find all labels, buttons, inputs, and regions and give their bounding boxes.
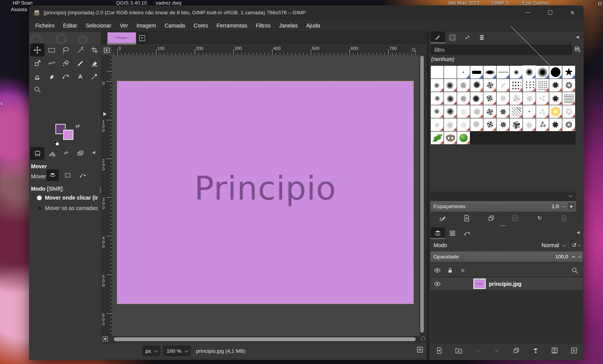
open-brush-as-image-button[interactable] xyxy=(557,213,570,223)
vertical-scrollbar[interactable] xyxy=(420,55,425,336)
tool-eraser[interactable] xyxy=(87,56,102,70)
raise-layer-button[interactable] xyxy=(471,344,485,357)
visibility-column-button[interactable] xyxy=(432,265,443,276)
brush-spray[interactable]: ❂+ xyxy=(562,105,575,118)
desktop-icon-label[interactable]: QGIS 3.40.10 xyxy=(116,0,147,6)
add-mask-button[interactable] xyxy=(548,344,562,357)
tool-crop[interactable] xyxy=(87,43,102,56)
brush-dot-grid[interactable]: + xyxy=(536,79,549,92)
menu-ver[interactable]: Ver xyxy=(116,21,132,31)
gradients-button[interactable] xyxy=(475,32,489,43)
brush-thin-line[interactable]: + xyxy=(497,66,509,79)
brush-block[interactable]: + xyxy=(470,66,483,79)
brush-sketch[interactable]: ❃+ xyxy=(523,92,536,105)
brush-tag-icon[interactable] xyxy=(574,46,581,53)
vertical-scrollbar-thumb[interactable] xyxy=(420,56,424,333)
edit-brush-button[interactable] xyxy=(436,213,449,223)
brush-figure[interactable]: ✹+ xyxy=(470,105,483,118)
panel-splitter-handle[interactable]: ••• xyxy=(500,223,507,228)
layer-visibility-toggle[interactable] xyxy=(432,278,443,290)
radio-move-pick[interactable]: Mover onde clicar (ir xyxy=(37,195,98,201)
brush-burst[interactable]: ✸+ xyxy=(549,118,562,131)
brush-foliage[interactable]: ❂+ xyxy=(562,118,575,131)
brush-tiny-dot[interactable]: + xyxy=(457,66,470,79)
layer-name[interactable]: principio.jpg xyxy=(489,281,521,287)
background-color-swatch[interactable] xyxy=(63,130,74,140)
tool-zoom[interactable] xyxy=(30,83,45,96)
menu-imagem[interactable]: Imagem xyxy=(132,21,161,31)
brush-weave[interactable]: ❉+ xyxy=(483,92,496,105)
radio-move-layer[interactable]: Mover só as camadas xyxy=(37,205,98,211)
fonts-button[interactable]: ab xyxy=(460,32,475,43)
lower-layer-button[interactable] xyxy=(490,344,504,357)
tool-unified-transform[interactable] xyxy=(30,56,45,70)
brush-grunge-2[interactable]: ✺+ xyxy=(444,92,457,105)
brush-dark-splat[interactable]: ✸+ xyxy=(549,92,562,105)
navigation-button[interactable] xyxy=(416,346,424,354)
opacity-increase-button[interactable]: + xyxy=(577,253,583,260)
tool-bucket-fill[interactable] xyxy=(59,56,73,70)
delete-brush-button[interactable] xyxy=(509,213,522,223)
patterns-button[interactable] xyxy=(445,32,460,43)
menu-ficheiro[interactable]: Ficheiro xyxy=(31,21,59,31)
tool-color-picker[interactable] xyxy=(87,70,102,83)
brush-sun-glow[interactable]: + xyxy=(549,105,562,118)
brush-green-leaves[interactable]: + xyxy=(431,132,444,144)
opacity-decrease-button[interactable]: − xyxy=(570,253,577,260)
menu-selecionar[interactable]: Selecionar xyxy=(81,21,115,31)
brush-ink-blot[interactable]: ✽+ xyxy=(497,105,509,118)
menu-cores[interactable]: Cores xyxy=(189,21,212,31)
undo-history-button[interactable]: ↶ xyxy=(59,147,73,160)
brush-option-combo[interactable] xyxy=(430,191,576,201)
default-colors-icon[interactable] xyxy=(54,140,59,145)
spacing-decrease-button[interactable]: − xyxy=(561,203,567,210)
desktop-icon-label[interactable]: Assista xyxy=(11,7,27,12)
brush-ink-birds[interactable]: ✾+ xyxy=(510,118,522,131)
tool-paths[interactable] xyxy=(59,70,73,83)
menu-editar[interactable]: Editar xyxy=(59,21,82,31)
brush-splatter-rough[interactable]: ❊+ xyxy=(457,79,470,92)
brush-smear[interactable]: ⁂+ xyxy=(536,118,549,131)
brush-grunge-1[interactable]: ❋+ xyxy=(431,92,444,105)
brush-pixel-1[interactable] xyxy=(431,66,444,79)
brush-cloud[interactable]: ⁂+ xyxy=(536,105,549,118)
tool-free-select[interactable] xyxy=(59,43,73,56)
paths-tab-button[interactable] xyxy=(460,227,475,239)
move-selection-button[interactable] xyxy=(62,169,74,181)
device-status-button[interactable]: i xyxy=(45,147,59,160)
new-layer-button[interactable] xyxy=(432,344,446,357)
desktop-icon-label[interactable]: s xyxy=(0,101,3,106)
brush-spatter[interactable]: ❋+ xyxy=(431,118,444,131)
fx-column-button[interactable]: fx xyxy=(457,265,469,276)
canvas-image[interactable]: Principio xyxy=(117,81,413,304)
layer-row[interactable]: Principio principio.jpg xyxy=(430,277,583,290)
delete-layer-button[interactable] xyxy=(567,344,581,357)
tool-smudge[interactable] xyxy=(45,70,59,83)
ruler-zoom-icon[interactable] xyxy=(411,47,417,53)
brush-confetti[interactable]: ✾+ xyxy=(510,92,522,105)
brush-splatter-dense[interactable]: ❋+ xyxy=(431,79,444,92)
new-brush-button[interactable] xyxy=(460,213,473,223)
brush-fuzzy-medium[interactable]: + xyxy=(523,66,536,79)
brush-wilber[interactable]: + xyxy=(444,132,457,144)
brush-faint-stroke[interactable]: + xyxy=(497,79,509,92)
brush-grain[interactable]: ✺+ xyxy=(444,118,457,131)
title-bar[interactable]: [principio] (importada)-2.0 (Cor RGB Int… xyxy=(29,5,584,20)
brush-dark-blob[interactable]: ❉+ xyxy=(483,118,496,131)
menu-ferramentas[interactable]: Ferramentas xyxy=(212,21,251,31)
brush-patch[interactable]: ✹+ xyxy=(470,92,483,105)
channels-button[interactable] xyxy=(445,227,460,239)
tool-move[interactable] xyxy=(30,43,45,56)
new-group-button[interactable] xyxy=(452,344,466,357)
brush-splatter-heavy[interactable]: ❉+ xyxy=(483,79,496,92)
layer-mode-select[interactable]: Normal xyxy=(538,240,568,250)
canvas-viewport[interactable]: Principio xyxy=(112,55,420,336)
merge-down-button[interactable] xyxy=(529,344,543,357)
menu-filtros[interactable]: Filtros xyxy=(252,21,275,31)
tool-warp-transform[interactable] xyxy=(45,56,59,70)
minimize-button[interactable] xyxy=(516,5,539,20)
lock-column-button[interactable] xyxy=(444,265,456,276)
move-layers-button[interactable] xyxy=(46,169,59,181)
desktop-icon-label[interactable]: HP Scan xyxy=(13,0,33,6)
layer-thumbnail[interactable]: Principio xyxy=(473,279,486,289)
